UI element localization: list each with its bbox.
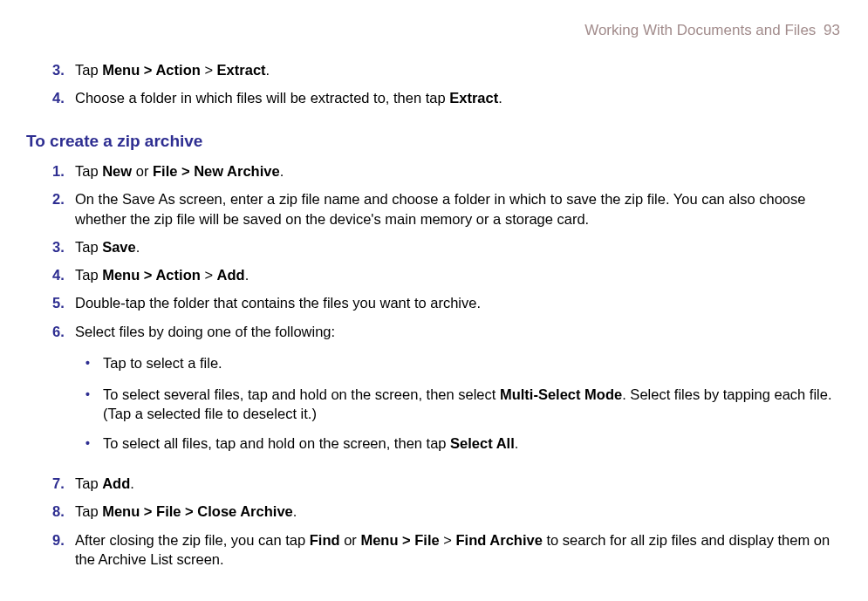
step-text: Tap Menu > Action > Extract. (75, 62, 270, 78)
step-text: Tap Save. (75, 239, 140, 255)
step-number: 4. (52, 265, 75, 284)
page-number: 93 (824, 22, 840, 38)
step-text: Tap to select a file. (103, 355, 222, 371)
step-body: Tap Save. (75, 237, 842, 256)
step-body: Tap Add. (75, 474, 842, 493)
step-text: To select all files, tap and hold on the… (103, 435, 518, 451)
step-text: Tap New or File > New Archive. (75, 163, 284, 179)
step-number: 7. (52, 474, 75, 493)
sub-body: To select all files, tap and hold on the… (103, 434, 842, 454)
chapter-title: Working With Documents and Files (584, 22, 816, 38)
sub-item: •Tap to select a file. (85, 353, 842, 374)
step-item: 6.Select files by doing one of the follo… (52, 322, 842, 465)
bullet-icon: • (85, 385, 103, 424)
step-body: Choose a folder in which files will be e… (75, 88, 842, 107)
step-body: After closing the zip file, you can tap … (75, 530, 842, 570)
step-body: Tap Menu > File > Close Archive. (75, 502, 842, 521)
step-item: 3.Tap Save. (52, 237, 842, 256)
section-heading: To create a zip archive (26, 130, 842, 153)
sub-list: •Tap to select a file.•To select several… (75, 353, 842, 454)
step-number: 8. (52, 502, 75, 521)
step-body: Tap New or File > New Archive. (75, 161, 842, 181)
bullet-icon: • (85, 434, 103, 454)
step-number: 6. (52, 322, 75, 465)
step-text: On the Save As screen, enter a zip file … (75, 191, 805, 226)
step-item: 4.Choose a folder in which files will be… (52, 88, 842, 107)
bullet-icon: • (85, 353, 103, 374)
step-body: Tap Menu > Action > Extract. (75, 60, 842, 79)
step-number: 1. (52, 161, 75, 181)
step-item: 4.Tap Menu > Action > Add. (52, 265, 842, 284)
step-item: 7.Tap Add. (52, 474, 842, 493)
step-number: 5. (52, 293, 75, 312)
step-text: Tap Add. (75, 475, 134, 491)
sub-item: •To select all files, tap and hold on th… (85, 434, 842, 454)
step-item: 5.Double-tap the folder that contains th… (52, 293, 842, 312)
step-item: 8.Tap Menu > File > Close Archive. (52, 502, 842, 521)
sub-body: To select several files, tap and hold on… (103, 385, 842, 424)
sub-item: •To select several files, tap and hold o… (85, 385, 842, 424)
step-text: Select files by doing one of the followi… (75, 324, 335, 339)
sub-body: Tap to select a file. (103, 353, 842, 374)
step-number: 9. (52, 530, 75, 570)
step-item: 9.After closing the zip file, you can ta… (52, 530, 842, 570)
step-body: Double-tap the folder that contains the … (75, 293, 842, 312)
step-number: 2. (52, 189, 75, 229)
step-number: 3. (52, 237, 75, 256)
step-item: 1.Tap New or File > New Archive. (52, 161, 842, 181)
step-text: Tap Menu > Action > Add. (75, 267, 249, 283)
step-text: Tap Menu > File > Close Archive. (75, 503, 297, 519)
step-body: Tap Menu > Action > Add. (75, 265, 842, 284)
step-text: Choose a folder in which files will be e… (75, 90, 502, 106)
page-header: Working With Documents and Files 93 (26, 21, 842, 41)
step-item: 3.Tap Menu > Action > Extract. (52, 60, 842, 79)
main-step-list: 1.Tap New or File > New Archive.2.On the… (26, 161, 842, 569)
step-body: Select files by doing one of the followi… (75, 322, 842, 465)
step-number: 4. (52, 88, 75, 107)
step-number: 3. (52, 60, 75, 79)
step-text: Double-tap the folder that contains the … (75, 295, 481, 311)
intro-step-list: 3.Tap Menu > Action > Extract.4.Choose a… (26, 60, 842, 108)
step-text: To select several files, tap and hold on… (103, 386, 832, 421)
step-item: 2.On the Save As screen, enter a zip fil… (52, 189, 842, 229)
step-body: On the Save As screen, enter a zip file … (75, 189, 842, 229)
step-text: After closing the zip file, you can tap … (75, 532, 830, 567)
